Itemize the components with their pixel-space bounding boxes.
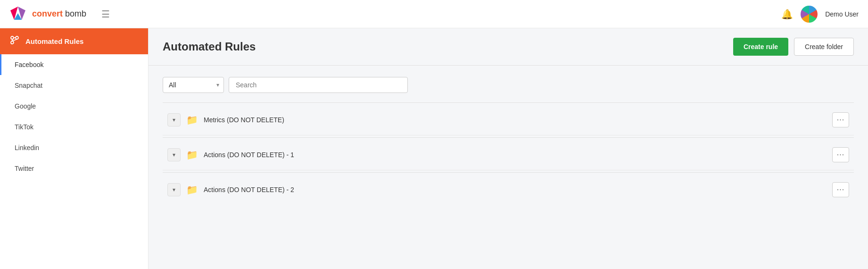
avatar[interactable] — [801, 6, 818, 23]
filters-row: All Active Paused ▾ — [163, 77, 854, 93]
create-folder-button[interactable]: Create folder — [794, 38, 854, 56]
rule-name: Metrics (DO NOT DELETE) — [204, 116, 827, 124]
more-options-button[interactable]: ··· — [832, 182, 849, 197]
sidebar-item-automated-rules[interactable]: Automated Rules — [0, 28, 148, 54]
logo-icon — [9, 6, 26, 23]
divider — [163, 102, 854, 103]
svg-point-4 — [11, 36, 14, 39]
topnav-right: 🔔 Demo User — [781, 6, 859, 23]
notification-bell-icon[interactable]: 🔔 — [781, 8, 793, 20]
table-row: ▾ 📁 Metrics (DO NOT DELETE) ··· — [163, 105, 854, 135]
automated-rules-icon — [9, 35, 20, 48]
logo-text: convert bomb — [32, 9, 86, 19]
hamburger-menu[interactable]: ☰ — [101, 8, 110, 20]
filter-select-wrap: All Active Paused ▾ — [163, 77, 224, 93]
user-name: Demo User — [825, 10, 859, 18]
sidebar-active-label: Automated Rules — [25, 37, 83, 45]
create-rule-button[interactable]: Create rule — [733, 38, 788, 56]
page-title: Automated Rules — [163, 40, 256, 53]
filter-select[interactable]: All Active Paused — [163, 77, 224, 93]
header-actions: Create rule Create folder — [733, 38, 854, 56]
snapchat-label: Snapchat — [15, 82, 42, 89]
rule-name: Actions (DO NOT DELETE) - 2 — [204, 186, 827, 193]
divider-2 — [163, 137, 854, 138]
expand-chevron-button[interactable]: ▾ — [167, 183, 181, 196]
page-header: Automated Rules Create rule Create folde… — [149, 28, 868, 66]
search-input[interactable] — [229, 77, 408, 93]
table-row: ▾ 📁 Actions (DO NOT DELETE) - 1 ··· — [163, 140, 854, 170]
tiktok-label: TikTok — [15, 123, 33, 131]
more-options-button[interactable]: ··· — [832, 112, 849, 127]
sidebar: Automated Rules Facebook Snapchat Google… — [0, 28, 149, 269]
sidebar-item-facebook[interactable]: Facebook — [0, 54, 148, 75]
expand-chevron-button[interactable]: ▾ — [167, 148, 181, 161]
more-options-button[interactable]: ··· — [832, 147, 849, 162]
rule-name: Actions (DO NOT DELETE) - 1 — [204, 151, 827, 159]
folder-icon: 📁 — [186, 114, 198, 126]
topnav: convert bomb ☰ 🔔 Demo User — [0, 0, 868, 28]
folder-icon: 📁 — [186, 149, 198, 160]
topnav-left: convert bomb ☰ — [9, 6, 110, 23]
google-label: Google — [15, 102, 36, 110]
sidebar-item-tiktok[interactable]: TikTok — [0, 117, 148, 137]
sidebar-item-google[interactable]: Google — [0, 96, 148, 117]
table-row: ▾ 📁 Actions (DO NOT DELETE) - 2 ··· — [163, 175, 854, 205]
sidebar-item-twitter[interactable]: Twitter — [0, 158, 148, 179]
folder-icon: 📁 — [186, 184, 198, 195]
facebook-label: Facebook — [15, 61, 43, 68]
sidebar-item-linkedin[interactable]: Linkedin — [0, 137, 148, 158]
content-area: Automated Rules Create rule Create folde… — [149, 28, 868, 269]
divider-3 — [163, 172, 854, 173]
main-layout: Automated Rules Facebook Snapchat Google… — [0, 28, 868, 269]
svg-point-6 — [11, 41, 14, 44]
linkedin-label: Linkedin — [15, 144, 39, 151]
expand-chevron-button[interactable]: ▾ — [167, 113, 181, 126]
sidebar-item-snapchat[interactable]: Snapchat — [0, 75, 148, 96]
content-body: All Active Paused ▾ ▾ 📁 Metrics (DO NOT … — [149, 66, 868, 269]
svg-point-5 — [16, 36, 18, 39]
twitter-label: Twitter — [15, 165, 34, 172]
